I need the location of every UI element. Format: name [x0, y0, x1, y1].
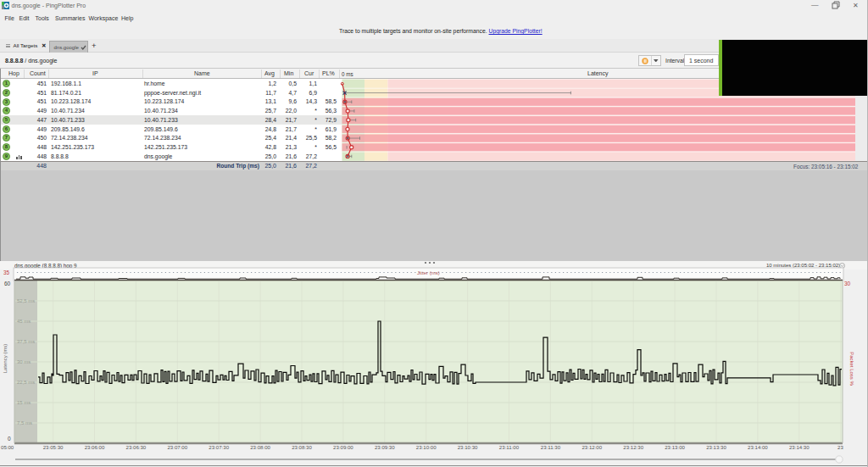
svg-text:23:10:30: 23:10:30 [458, 444, 478, 450]
svg-text:30 ms: 30 ms [17, 359, 31, 364]
svg-text:23:08:30: 23:08:30 [292, 444, 312, 450]
svg-text:15 ms: 15 ms [17, 400, 31, 405]
svg-text:23:05:30: 23:05:30 [43, 444, 64, 450]
svg-text:30: 30 [844, 281, 851, 286]
svg-text:Latency (ms): Latency (ms) [3, 344, 8, 374]
svg-text:23:13:00: 23:13:00 [665, 444, 685, 450]
svg-text:37,5 ms: 37,5 ms [17, 339, 35, 344]
svg-text:45 ms: 45 ms [17, 319, 31, 324]
svg-text:23:12:30: 23:12:30 [623, 444, 643, 450]
svg-text:52,5 ms: 52,5 ms [17, 298, 35, 303]
svg-text:35: 35 [3, 270, 10, 275]
svg-text:23:10:00: 23:10:00 [416, 444, 437, 450]
svg-text:23: 23 [837, 444, 843, 450]
svg-text:23:08:00: 23:08:00 [250, 444, 270, 450]
svg-text:23:09:00: 23:09:00 [333, 444, 353, 450]
svg-text:23:09:30: 23:09:30 [375, 444, 395, 450]
svg-text:23:07:30: 23:07:30 [209, 444, 229, 450]
svg-text:7,5 ms: 7,5 ms [17, 420, 32, 425]
svg-text:23:13:30: 23:13:30 [706, 444, 726, 450]
svg-text:Jitter (ms): Jitter (ms) [417, 270, 440, 275]
svg-text:05:00: 05:00 [1, 444, 14, 450]
svg-text:23:06:30: 23:06:30 [126, 444, 147, 450]
svg-text:23:14:30: 23:14:30 [789, 444, 810, 450]
svg-text:23:11:30: 23:11:30 [541, 444, 561, 450]
svg-text:22,5 ms: 22,5 ms [17, 380, 35, 385]
svg-text:23:12:00: 23:12:00 [581, 444, 602, 450]
svg-text:23:07:00: 23:07:00 [167, 444, 187, 450]
svg-text:23:14:00: 23:14:00 [748, 444, 768, 450]
svg-text:Packet Loss %: Packet Loss % [849, 352, 854, 386]
svg-text:60: 60 [4, 281, 11, 286]
svg-text:23:06:00: 23:06:00 [85, 444, 105, 450]
svg-text:23:11:00: 23:11:00 [499, 444, 520, 450]
svg-text:0: 0 [8, 436, 11, 442]
